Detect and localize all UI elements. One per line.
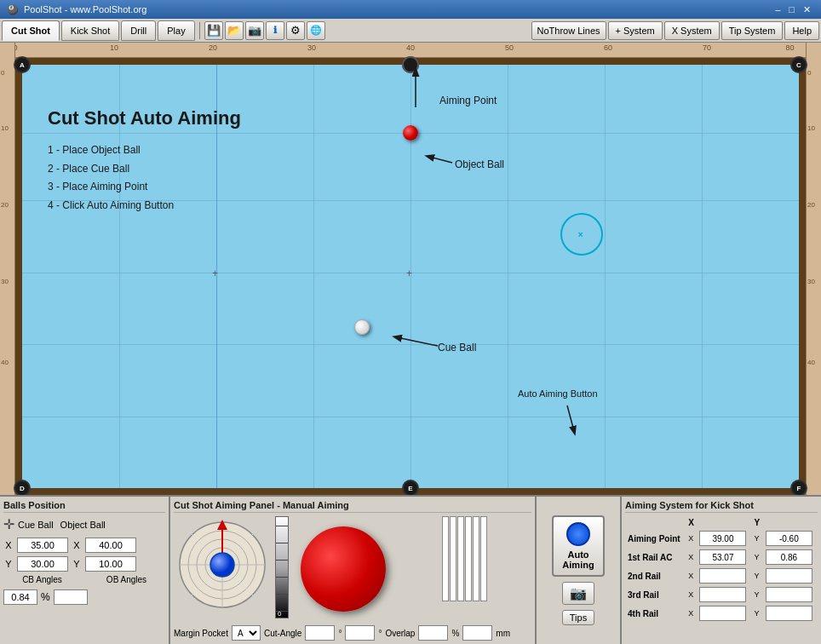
aiming-dial[interactable] xyxy=(174,516,272,614)
maximize-button[interactable]: □ xyxy=(785,4,798,15)
ob-angles-label: OB Angles xyxy=(88,575,165,584)
cb-angles-label: CB Angles xyxy=(3,575,81,584)
overlap-bars xyxy=(442,516,487,601)
obj-x-label: X xyxy=(72,540,82,550)
aiming-panel: Cut Shot Aiming Panel - Manual Aiming xyxy=(170,497,537,644)
table-area[interactable]: 0 10 20 30 40 50 60 70 80 0 10 20 30 40 … xyxy=(0,43,821,495)
network-button[interactable]: 🌐 xyxy=(307,21,325,40)
move-icon[interactable]: ✛ xyxy=(3,516,14,532)
no-throw-button[interactable]: NoThrow Lines xyxy=(531,21,606,40)
1st-rail-y-input[interactable] xyxy=(766,549,812,565)
save-button[interactable]: 💾 xyxy=(204,21,223,40)
crosshair-1: + xyxy=(212,267,218,279)
cut-angle-input[interactable] xyxy=(305,625,335,641)
svg-line-3 xyxy=(429,157,452,163)
table-instructions: 1 - Place Object Ball 2 - Place Cue Ball… xyxy=(48,141,174,215)
obj-y-input[interactable] xyxy=(85,556,136,572)
auto-aiming-section: AutoAiming 📷 Tips xyxy=(537,497,622,644)
4th-rail-x-input[interactable] xyxy=(699,606,746,621)
vertical-slider[interactable]: 0 xyxy=(275,516,289,618)
aiming-system-table: X Y Aiming Point X Y 1st Rail AC xyxy=(625,516,818,623)
instruction-2: 2 - Place Cue Ball xyxy=(48,160,174,179)
cue-ball-header: ✛ Cue Ball xyxy=(3,516,54,532)
3rd-rail-y-input[interactable] xyxy=(766,587,812,602)
aiming-point-marker[interactable] xyxy=(402,56,419,73)
camera-panel-button[interactable]: 📷 xyxy=(562,582,594,605)
object-ball[interactable] xyxy=(403,125,418,141)
aiming-point-row-label: Aiming Point xyxy=(625,529,686,548)
auto-aiming-label: AutoAiming xyxy=(562,549,594,570)
bar-5 xyxy=(473,516,479,601)
cb-angles: CB Angles xyxy=(3,575,81,586)
info-button[interactable]: ℹ xyxy=(266,21,284,40)
tab-cut-shot[interactable]: Cut Shot xyxy=(2,20,60,41)
cue-x-input[interactable] xyxy=(17,538,68,553)
instruction-4: 4 - Click Auto Aiming Button xyxy=(48,197,174,216)
plus-system-button[interactable]: + System xyxy=(608,21,663,40)
aiming-point-label: Aiming Point xyxy=(439,95,497,106)
tab-play[interactable]: Play xyxy=(158,20,194,41)
ball-preview xyxy=(301,526,386,612)
aiming-point-y-input[interactable] xyxy=(766,531,812,546)
table-title: Cut Shot Auto Aiming xyxy=(48,107,241,129)
mm-label: mm xyxy=(496,629,510,638)
bar-4 xyxy=(465,516,472,601)
help-button[interactable]: Help xyxy=(784,21,819,40)
cb-angle-input[interactable] xyxy=(3,589,37,605)
pocket-c: C xyxy=(790,56,807,73)
3rd-rail-x-input[interactable] xyxy=(699,587,746,602)
cut-angle-label: Cut-Angle xyxy=(264,629,301,638)
overlap-label: Overlap xyxy=(385,629,415,638)
open-button[interactable]: 📂 xyxy=(225,21,244,40)
percent-label: % xyxy=(41,591,50,603)
1st-rail-ac-label: 1st Rail AC xyxy=(625,548,686,566)
cue-ball-label: Cue Ball xyxy=(438,342,476,354)
obj-x-input[interactable] xyxy=(85,538,136,553)
cut-angle-input2[interactable] xyxy=(345,625,375,641)
2nd-rail-y-input[interactable] xyxy=(766,568,812,584)
pool-table[interactable]: A C D F B E Cut Shot Auto Aiming 1 - Pla… xyxy=(15,58,806,495)
2nd-rail-x-input[interactable] xyxy=(699,568,746,584)
1st-rail-y-label: Y xyxy=(752,548,763,566)
instruction-1: 1 - Place Object Ball xyxy=(48,141,174,160)
ruler-vertical-right: 0 10 20 30 40 xyxy=(806,43,821,495)
overlap-input[interactable] xyxy=(418,625,448,641)
tip-system-button[interactable]: Tip System xyxy=(721,21,784,40)
bar-3 xyxy=(457,516,464,601)
margin-pocket-select[interactable]: ABC xyxy=(232,625,261,641)
degree-symbol2: ° xyxy=(378,629,382,638)
settings-button[interactable]: ⚙ xyxy=(286,21,305,40)
4th-rail-y-input[interactable] xyxy=(766,606,812,621)
table-row: Aiming Point X Y xyxy=(625,529,818,548)
x-header: X xyxy=(686,516,697,529)
auto-aiming-button[interactable]: AutoAiming xyxy=(552,515,604,577)
tab-drill[interactable]: Drill xyxy=(121,20,156,41)
1st-rail-x-input[interactable] xyxy=(699,549,746,565)
ob-angle-input[interactable] xyxy=(54,589,88,605)
3rd-rail-label: 3rd Rail xyxy=(625,585,686,604)
bar-2 xyxy=(450,516,456,601)
table-row: 2nd Rail X Y xyxy=(625,566,818,585)
auto-aim-icon xyxy=(566,522,590,546)
obj-y-label: Y xyxy=(72,559,82,569)
degree-symbol: ° xyxy=(338,629,342,638)
window-controls[interactable]: – □ ✕ xyxy=(772,4,814,15)
cue-y-input[interactable] xyxy=(17,556,68,572)
cue-ball[interactable] xyxy=(354,319,370,335)
balls-position-panel: Balls Position ✛ Cue Ball Object Ball X … xyxy=(0,497,170,644)
svg-point-19 xyxy=(210,553,234,577)
4th-rail-label: 4th Rail xyxy=(625,604,686,623)
y-header: Y xyxy=(752,516,763,529)
camera-button[interactable]: 📷 xyxy=(245,21,264,40)
minimize-button[interactable]: – xyxy=(772,4,784,15)
tab-kick-shot[interactable]: Kick Shot xyxy=(61,20,119,41)
aiming-point-y-label: Y xyxy=(752,529,763,548)
tips-button[interactable]: Tips xyxy=(562,610,594,625)
object-ball-header: Object Ball xyxy=(60,520,106,530)
close-button[interactable]: ✕ xyxy=(800,4,814,15)
percent-symbol: % xyxy=(451,629,459,638)
aiming-point-x-input[interactable] xyxy=(699,531,746,546)
y-coord-row: Y Y xyxy=(3,556,165,572)
overlap-mm-input[interactable] xyxy=(462,625,492,641)
x-system-button[interactable]: X System xyxy=(664,21,720,40)
